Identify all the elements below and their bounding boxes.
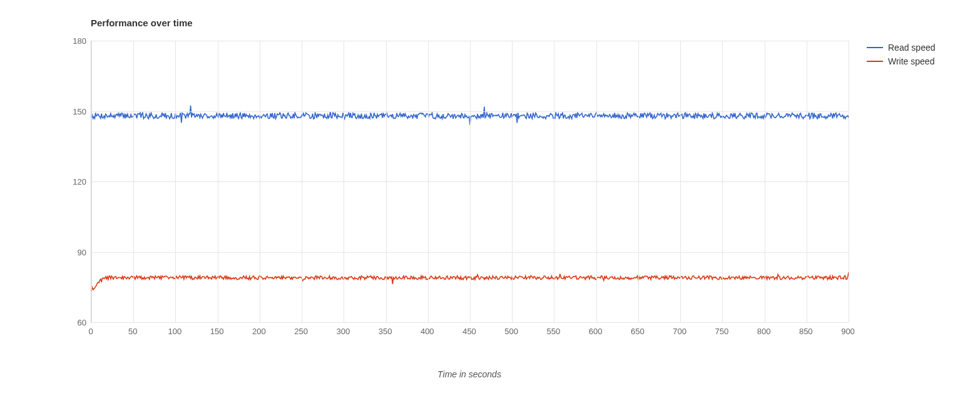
x-tick: 900 — [841, 327, 855, 336]
x-tick: 150 — [210, 327, 224, 336]
x-tick: 750 — [715, 327, 728, 336]
x-tick: 650 — [631, 327, 645, 336]
y-tick: 150 — [61, 106, 86, 116]
x-tick: 500 — [504, 327, 518, 336]
x-tick: 450 — [462, 327, 476, 336]
legend-swatch-icon — [867, 47, 883, 48]
x-tick: 200 — [252, 327, 266, 336]
legend-swatch-icon — [867, 61, 883, 62]
x-tick: 0 — [88, 327, 93, 336]
x-tick: 850 — [799, 327, 813, 336]
x-tick: 600 — [589, 327, 603, 336]
x-axis-label: Time in seconds — [91, 369, 848, 379]
legend-label: Write speed — [888, 56, 934, 66]
x-tick: 250 — [294, 327, 308, 336]
x-tick: 300 — [336, 327, 350, 336]
legend: Read speed Write speed — [867, 43, 936, 70]
y-tick: 90 — [61, 247, 86, 257]
legend-label: Read speed — [888, 43, 936, 53]
x-tick: 400 — [421, 327, 434, 336]
y-tick: 180 — [61, 36, 86, 46]
legend-item-read-speed: Read speed — [867, 43, 936, 53]
x-tick: 550 — [547, 327, 561, 336]
x-tick: 350 — [379, 327, 392, 336]
plot-area — [91, 41, 849, 323]
y-tick: 120 — [61, 177, 86, 186]
chart-title: Performance over time — [91, 18, 193, 28]
legend-item-write-speed: Write speed — [867, 56, 936, 66]
x-tick: 100 — [168, 327, 182, 336]
y-tick: 60 — [61, 318, 86, 327]
x-tick: 800 — [757, 327, 771, 336]
x-tick: 700 — [673, 327, 687, 336]
x-tick: 50 — [128, 327, 137, 336]
